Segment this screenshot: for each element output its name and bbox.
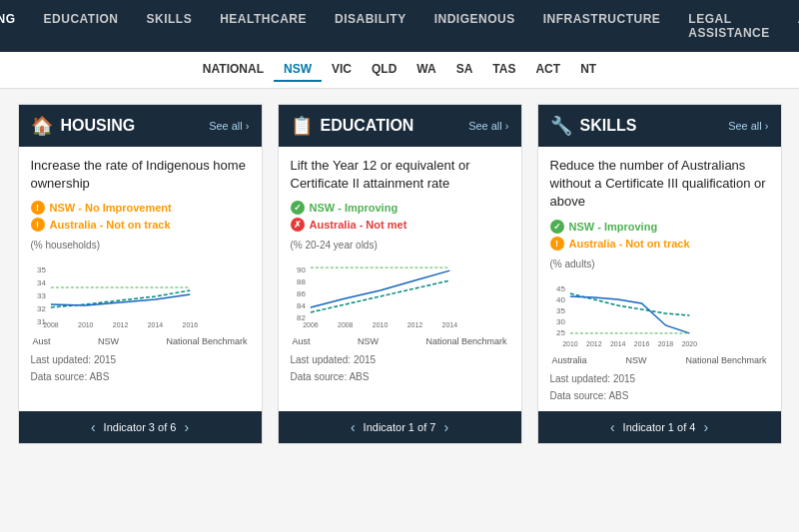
svg-text:34: 34 xyxy=(37,278,46,287)
svg-text:32: 32 xyxy=(37,304,46,313)
education-status-icon-australia: ✗ xyxy=(291,218,305,232)
education-legend-item: Aust xyxy=(293,336,311,346)
skills-card-body: Reduce the number of Australians without… xyxy=(538,147,781,411)
top-nav-item-skills[interactable]: SKILLS xyxy=(133,0,207,52)
skills-chart-area: (% adults)454035302520102012201420162018… xyxy=(550,259,769,365)
top-nav-item-about[interactable]: ABOUT xyxy=(784,0,799,52)
svg-text:2014: 2014 xyxy=(441,321,457,328)
education-card-body: Lift the Year 12 or equivalent or Certif… xyxy=(279,147,521,411)
sub-nav-item-qld[interactable]: QLD xyxy=(362,58,406,82)
skills-last-updated: Last updated: 2015 xyxy=(550,373,769,384)
top-nav-item-housing[interactable]: HOUSING xyxy=(0,0,30,52)
skills-prev-arrow[interactable]: ‹ xyxy=(610,419,615,435)
sub-nav-item-national[interactable]: NATIONAL xyxy=(193,58,274,82)
sub-nav-item-sa[interactable]: SA xyxy=(446,58,483,82)
housing-chart-area: (% households)35343332312008201020122014… xyxy=(31,240,250,346)
sub-nav-item-tas[interactable]: TAS xyxy=(482,58,525,82)
housing-see-all[interactable]: See all xyxy=(209,120,249,132)
housing-legend-item: NSW xyxy=(98,336,119,346)
top-nav-item-indigenous[interactable]: INDIGENOUS xyxy=(420,0,529,52)
skills-next-arrow[interactable]: › xyxy=(703,419,708,435)
svg-text:35: 35 xyxy=(37,266,46,274)
top-navigation: HOUSINGEDUCATIONSKILLSHEALTHCAREDISABILI… xyxy=(0,0,799,52)
skills-header-icon: 🔧 xyxy=(550,115,572,137)
education-title: Lift the Year 12 or equivalent or Certif… xyxy=(291,157,509,193)
card-housing: 🏠HOUSINGSee allIncrease the rate of Indi… xyxy=(18,104,263,444)
education-chart-legend: AustNSWNational Benchmark xyxy=(291,336,509,346)
education-status-nsw: ✓NSW - Improving xyxy=(291,201,509,215)
skills-legend-item: NSW xyxy=(625,355,646,365)
sub-nav-item-wa[interactable]: WA xyxy=(406,58,445,82)
housing-prev-arrow[interactable]: ‹ xyxy=(91,419,96,435)
svg-text:88: 88 xyxy=(297,277,306,286)
svg-text:2012: 2012 xyxy=(406,321,422,328)
svg-text:2010: 2010 xyxy=(562,339,578,346)
housing-status-text-nsw: NSW - No Improvement xyxy=(50,202,172,214)
svg-text:40: 40 xyxy=(556,295,565,304)
sub-navigation: NATIONALNSWVICQLDWASATASACTNT xyxy=(0,52,799,89)
skills-see-all[interactable]: See all xyxy=(728,120,768,132)
education-chart-svg: 908886848220062008201020122014 xyxy=(291,253,509,332)
skills-header-left: 🔧SKILLS xyxy=(550,115,637,137)
top-nav-item-disability[interactable]: DISABILITY xyxy=(321,0,420,52)
svg-text:2016: 2016 xyxy=(633,339,649,346)
housing-title: Increase the rate of Indigenous home own… xyxy=(31,157,250,193)
svg-text:90: 90 xyxy=(297,266,306,274)
housing-chart-label: (% households) xyxy=(31,240,250,251)
svg-text:2012: 2012 xyxy=(586,339,602,346)
svg-text:2010: 2010 xyxy=(78,321,94,328)
svg-text:2020: 2020 xyxy=(681,339,697,346)
education-prev-arrow[interactable]: ‹ xyxy=(351,419,356,435)
skills-card-footer: ‹Indicator 1 of 4› xyxy=(538,411,781,443)
housing-chart-legend: AustNSWNational Benchmark xyxy=(31,336,250,346)
sub-nav-item-nsw[interactable]: NSW xyxy=(274,58,322,82)
education-status-text-nsw: NSW - Improving xyxy=(310,202,399,214)
skills-status-text-nsw: NSW - Improving xyxy=(569,221,658,233)
skills-title: Reduce the number of Australians without… xyxy=(550,157,769,212)
housing-card-body: Increase the rate of Indigenous home own… xyxy=(19,147,262,411)
housing-last-updated: Last updated: 2015 xyxy=(31,354,250,365)
education-chart-label: (% 20-24 year olds) xyxy=(291,240,509,251)
svg-text:25: 25 xyxy=(556,327,565,336)
svg-text:86: 86 xyxy=(297,289,306,298)
skills-status-australia: !Australia - Not on track xyxy=(550,237,769,251)
housing-header-icon: 🏠 xyxy=(31,115,53,137)
svg-text:2016: 2016 xyxy=(182,321,198,328)
education-card-header: 📋EDUCATIONSee all xyxy=(279,105,521,147)
skills-data-source: Data source: ABS xyxy=(550,390,769,401)
svg-text:30: 30 xyxy=(556,317,565,326)
top-nav-item-healthcare[interactable]: HEALTHCARE xyxy=(206,0,321,52)
svg-text:35: 35 xyxy=(556,306,565,315)
skills-card-header: 🔧SKILLSSee all xyxy=(538,105,781,147)
education-next-arrow[interactable]: › xyxy=(443,419,448,435)
sub-nav-item-act[interactable]: ACT xyxy=(525,58,570,82)
sub-nav-item-nt[interactable]: NT xyxy=(570,58,606,82)
skills-chart-label: (% adults) xyxy=(550,259,769,269)
svg-text:2014: 2014 xyxy=(609,339,625,346)
housing-next-arrow[interactable]: › xyxy=(184,419,189,435)
education-status-icon-nsw: ✓ xyxy=(291,201,305,215)
education-status-australia: ✗Australia - Not met xyxy=(291,218,509,232)
top-nav-item-legal-assistance[interactable]: LEGAL ASSISTANCE xyxy=(674,0,783,52)
education-see-all[interactable]: See all xyxy=(468,120,508,132)
education-card-footer: ‹Indicator 1 of 7› xyxy=(279,411,521,443)
top-nav-item-education[interactable]: EDUCATION xyxy=(30,0,133,52)
housing-data-source: Data source: ABS xyxy=(31,371,250,382)
svg-text:2010: 2010 xyxy=(372,321,388,328)
housing-chart-svg: 353433323120082010201220142016 xyxy=(31,253,250,332)
svg-text:2006: 2006 xyxy=(303,321,319,328)
housing-indicator-text: Indicator 3 of 6 xyxy=(104,421,177,433)
skills-status-icon-nsw: ✓ xyxy=(550,220,564,234)
top-nav-item-infrastructure[interactable]: INFRASTRUCTURE xyxy=(529,0,675,52)
skills-status-nsw: ✓NSW - Improving xyxy=(550,220,769,234)
skills-status-text-australia: Australia - Not on track xyxy=(569,238,690,250)
skills-chart-svg: 4540353025201020122014201620182020 xyxy=(550,271,769,351)
education-header-icon: 📋 xyxy=(291,115,313,137)
skills-legend-item: Australia xyxy=(552,355,587,365)
housing-header-left: 🏠HOUSING xyxy=(31,115,136,137)
education-header-left: 📋EDUCATION xyxy=(291,115,414,137)
education-last-updated: Last updated: 2015 xyxy=(291,354,509,365)
sub-nav-item-vic[interactable]: VIC xyxy=(322,58,362,82)
card-education: 📋EDUCATIONSee allLift the Year 12 or equ… xyxy=(278,104,522,444)
svg-text:2014: 2014 xyxy=(147,321,163,328)
